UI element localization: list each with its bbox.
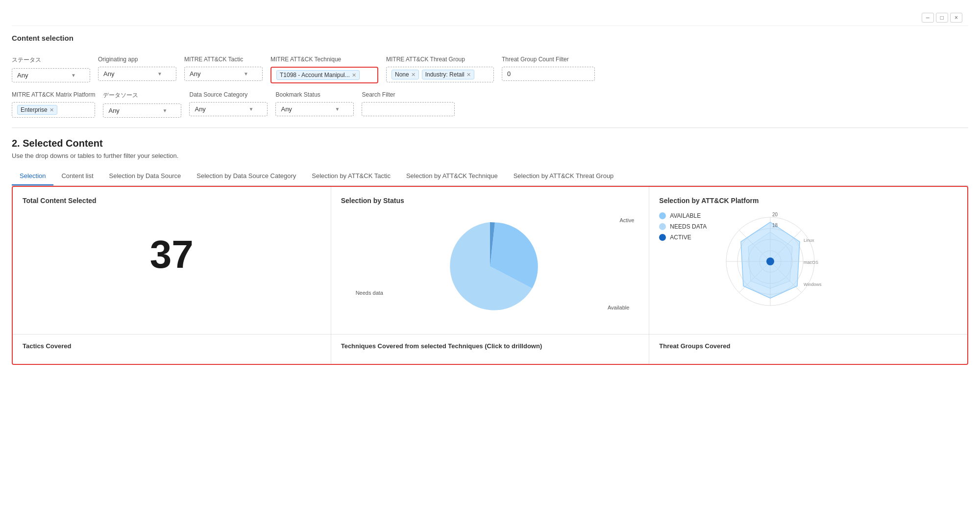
radar-label-linux: Linux xyxy=(804,238,814,243)
filter-group-bookmark-status: Bookmark Status Any ▼ Any xyxy=(275,91,354,116)
pie-chart-container: Active Needs data Available xyxy=(341,212,639,320)
tab-selection-by-data-source[interactable]: Selection by Data Source xyxy=(101,167,189,185)
minimize-button[interactable]: – xyxy=(922,13,934,23)
legend-dot-active xyxy=(659,234,666,241)
radar-label-20: 20 xyxy=(772,212,778,217)
legend-dot-needs-data xyxy=(659,223,666,230)
radar-label-18: 18 xyxy=(772,223,778,228)
mitre-technique-tag-close[interactable]: ✕ xyxy=(352,72,356,78)
threat-groups-covered-panel: Threat Groups Covered xyxy=(649,334,967,364)
threat-count-input[interactable]: 0 xyxy=(502,67,595,81)
pie-label-available: Available xyxy=(608,305,629,310)
filter-group-data-source-category: Data Source Category Any ▼ Any xyxy=(189,91,268,116)
pie-chart-svg xyxy=(441,217,539,315)
mitre-threat-group-input[interactable]: None ✕ Industry: Retail ✕ xyxy=(386,67,494,82)
matrix-platform-tag-enterprise: Enterprise ✕ xyxy=(17,105,57,115)
section-divider xyxy=(12,128,968,128)
tactics-covered-panel: Tactics Covered xyxy=(13,334,331,364)
total-content-value: 37 xyxy=(23,212,321,297)
selected-content-heading: 2. Selected Content xyxy=(12,138,968,149)
matrix-platform-tag-close[interactable]: ✕ xyxy=(49,107,54,113)
selected-content-subtitle: Use the drop downs or tables to further … xyxy=(12,152,968,159)
mitre-technique-tag: T1098 - Account Manipul... ✕ xyxy=(276,70,360,80)
filter-group-matrix-platform: MITRE ATT&CK Matrix Platform Enterprise … xyxy=(12,91,95,118)
matrix-platform-label: MITRE ATT&CK Matrix Platform xyxy=(12,91,95,98)
legend-item-active: ACTIVE xyxy=(659,234,707,241)
page-container: – □ × Content selection ステータス Any ▼ Any … xyxy=(0,0,980,514)
threat-groups-covered-title: Threat Groups Covered xyxy=(659,342,957,350)
data-source-label: データソース xyxy=(103,91,181,100)
filter-group-originating-app: Originating app Any ▼ Any xyxy=(98,56,176,81)
originating-app-dropdown[interactable]: Any ▼ Any xyxy=(98,67,176,81)
bookmark-status-label: Bookmark Status xyxy=(275,91,354,98)
legend-label-needs-data: NEEDS DATA xyxy=(670,223,707,230)
data-source-dropdown[interactable]: Any ▼ Any xyxy=(103,103,181,118)
filter-group-data-source: データソース Any ▼ Any xyxy=(103,91,181,118)
platform-legend: AVAILABLE NEEDS DATA ACTIVE xyxy=(659,212,707,241)
legend-dot-available xyxy=(659,212,666,219)
data-source-category-label: Data Source Category xyxy=(189,91,268,98)
filter-group-search-filter: Search Filter xyxy=(362,91,455,116)
search-filter-label: Search Filter xyxy=(362,91,455,98)
dashboard-bottom-row: Tactics Covered Techniques Covered from … xyxy=(13,334,967,364)
top-bar: – □ × xyxy=(12,10,968,26)
threat-group-tag-none: None ✕ xyxy=(392,70,419,79)
selection-by-status-title: Selection by Status xyxy=(341,197,639,205)
legend-item-needs-data: NEEDS DATA xyxy=(659,223,707,230)
mitre-technique-tag-label: T1098 - Account Manipul... xyxy=(280,72,350,78)
mitre-technique-label: MITRE ATT&CK Technique xyxy=(270,56,378,63)
total-content-panel: Total Content Selected 37 xyxy=(13,187,331,334)
tabs-container: Selection Content list Selection by Data… xyxy=(12,167,968,186)
legend-label-available: AVAILABLE xyxy=(670,212,701,219)
threat-count-label: Threat Group Count Filter xyxy=(502,56,595,63)
filter-row-1: ステータス Any ▼ Any Originating app Any ▼ An… xyxy=(12,56,968,83)
bookmark-status-dropdown[interactable]: Any ▼ Any xyxy=(275,102,354,116)
mitre-threat-group-label: MITRE ATT&CK Threat Group xyxy=(386,56,494,63)
selection-by-platform-panel: Selection by ATT&CK Platform AVAILABLE N… xyxy=(649,187,967,334)
radar-chart-container: 20 18 Linux macOS Windows xyxy=(716,212,824,310)
status-dropdown[interactable]: Any ▼ Any xyxy=(12,68,90,82)
dashboard-border: Total Content Selected 37 Selection by S… xyxy=(12,186,968,365)
maximize-button[interactable]: □ xyxy=(936,13,948,23)
tab-selection-by-attck-tactic[interactable]: Selection by ATT&CK Tactic xyxy=(304,167,398,185)
tactics-covered-title: Tactics Covered xyxy=(23,342,321,350)
close-button[interactable]: × xyxy=(950,13,962,23)
selection-by-status-panel: Selection by Status Active Needs data A xyxy=(331,187,650,334)
status-label: ステータス xyxy=(12,56,90,64)
content-selection-title: Content selection xyxy=(12,34,968,42)
radar-label-windows: Windows xyxy=(804,282,822,287)
matrix-platform-input[interactable]: Enterprise ✕ xyxy=(12,102,95,118)
data-source-category-dropdown[interactable]: Any ▼ Any xyxy=(189,102,268,116)
tab-selection[interactable]: Selection xyxy=(12,167,53,185)
tab-selection-by-data-source-category[interactable]: Selection by Data Source Category xyxy=(189,167,304,185)
tab-content-list[interactable]: Content list xyxy=(53,167,101,185)
techniques-covered-panel: Techniques Covered from selected Techniq… xyxy=(331,334,650,364)
filter-group-threat-count: Threat Group Count Filter 0 xyxy=(502,56,595,81)
threat-group-tag-none-close[interactable]: ✕ xyxy=(411,72,416,78)
dashboard-top-row: Total Content Selected 37 Selection by S… xyxy=(13,187,967,334)
radar-dot-active xyxy=(766,257,774,265)
radar-label-macos: macOS xyxy=(804,260,818,265)
selection-by-platform-title: Selection by ATT&CK Platform xyxy=(659,197,957,205)
filter-group-status: ステータス Any ▼ Any xyxy=(12,56,90,82)
mitre-tactic-dropdown[interactable]: Any ▼ Any xyxy=(184,67,263,81)
matrix-platform-tag-label: Enterprise xyxy=(21,106,48,113)
radar-chart-svg: 20 18 Linux macOS Windows xyxy=(716,207,824,315)
pie-label-active: Active xyxy=(619,217,634,223)
legend-item-available: AVAILABLE xyxy=(659,212,707,219)
filter-row-2: MITRE ATT&CK Matrix Platform Enterprise … xyxy=(12,91,968,118)
threat-group-tag-retail-label: Industry: Retail xyxy=(425,71,465,78)
threat-group-tag-retail: Industry: Retail ✕ xyxy=(422,70,474,79)
tab-selection-by-attck-technique[interactable]: Selection by ATT&CK Technique xyxy=(398,167,506,185)
tab-selection-by-attck-threat-group[interactable]: Selection by ATT&CK Threat Group xyxy=(506,167,622,185)
total-content-title: Total Content Selected xyxy=(23,197,321,205)
mitre-technique-input[interactable]: T1098 - Account Manipul... ✕ xyxy=(270,67,378,83)
threat-group-tag-none-label: None xyxy=(395,71,409,78)
techniques-covered-title: Techniques Covered from selected Techniq… xyxy=(341,342,639,350)
legend-label-active: ACTIVE xyxy=(670,234,691,241)
filter-group-mitre-tactic: MITRE ATT&CK Tactic Any ▼ Any xyxy=(184,56,263,81)
threat-group-tag-retail-close[interactable]: ✕ xyxy=(466,72,471,78)
filter-group-mitre-technique: MITRE ATT&CK Technique T1098 - Account M… xyxy=(270,56,378,83)
search-filter-input[interactable] xyxy=(362,102,455,116)
pie-label-needs-data: Needs data xyxy=(356,290,383,296)
